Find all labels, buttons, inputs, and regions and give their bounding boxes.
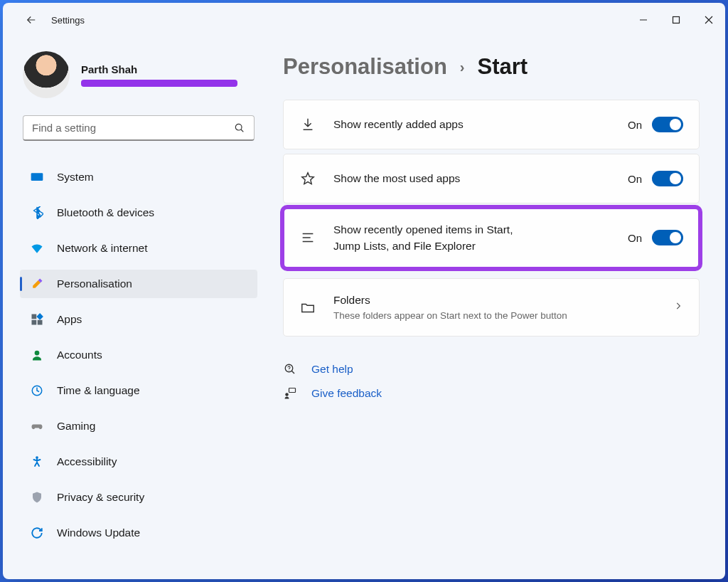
sidebar-item-apps[interactable]: Apps <box>20 305 257 334</box>
sidebar-item-label: Accessibility <box>57 455 117 468</box>
search-icon <box>234 122 245 134</box>
get-help-link[interactable]: Get help <box>283 362 700 376</box>
setting-recently-added[interactable]: Show recently added apps On <box>283 100 700 149</box>
arrow-left-icon <box>25 14 38 26</box>
sidebar: Parth Shah System <box>3 37 266 579</box>
setting-most-used[interactable]: Show the most used apps On <box>283 154 700 203</box>
profile-email-redacted <box>81 80 237 87</box>
bluetooth-icon <box>30 206 44 220</box>
sidebar-item-label: Network & internet <box>57 242 148 255</box>
close-icon <box>705 16 713 24</box>
profile-text: Parth Shah <box>81 63 237 87</box>
sidebar-item-windows-update[interactable]: Windows Update <box>20 519 257 547</box>
settings-list: Show recently added apps On Show the mos… <box>283 100 700 337</box>
maximize-icon <box>672 16 680 24</box>
wifi-icon <box>30 241 44 255</box>
toggle-state: On <box>628 119 642 131</box>
toggle-state: On <box>628 232 642 244</box>
toggle-switch[interactable] <box>652 230 683 245</box>
sidebar-item-time-language[interactable]: Time & language <box>20 376 257 405</box>
sidebar-item-accessibility[interactable]: Accessibility <box>20 448 257 476</box>
system-icon <box>30 170 44 184</box>
feedback-icon <box>283 386 297 401</box>
toggle-group: On <box>628 230 683 245</box>
svg-rect-12 <box>289 388 296 392</box>
svg-rect-3 <box>32 314 37 319</box>
support-links: Get help Give feedback <box>283 362 700 401</box>
nav-list: System Bluetooth & devices Network & int… <box>20 161 257 549</box>
minimize-icon <box>639 16 648 24</box>
chevron-right-icon: › <box>460 59 465 75</box>
svg-point-1 <box>235 124 242 130</box>
person-icon <box>30 348 44 362</box>
maximize-button[interactable] <box>660 3 692 37</box>
sidebar-item-accounts[interactable]: Accounts <box>20 341 257 369</box>
svg-point-7 <box>35 351 40 356</box>
window-title: Settings <box>51 15 85 26</box>
help-icon <box>283 362 297 376</box>
breadcrumb: Personalisation › Start <box>283 54 700 80</box>
close-button[interactable] <box>692 3 725 37</box>
sidebar-item-label: Personalisation <box>57 277 132 290</box>
sidebar-item-label: System <box>57 171 94 184</box>
svg-rect-5 <box>32 320 37 325</box>
search-box[interactable] <box>23 115 255 141</box>
sidebar-item-privacy[interactable]: Privacy & security <box>20 483 257 512</box>
toggle-state: On <box>628 173 642 185</box>
sidebar-item-label: Privacy & security <box>57 491 144 504</box>
chevron-right-icon <box>673 301 683 314</box>
toggle-group: On <box>628 117 683 132</box>
breadcrumb-parent[interactable]: Personalisation <box>283 54 447 80</box>
shield-icon <box>30 490 44 504</box>
setting-recent-items[interactable]: Show recently opened items in Start, Jum… <box>283 208 700 268</box>
sidebar-item-label: Time & language <box>57 384 140 397</box>
back-button[interactable] <box>17 6 46 34</box>
apps-icon <box>30 312 44 327</box>
toggle-switch[interactable] <box>652 117 683 132</box>
sidebar-item-bluetooth[interactable]: Bluetooth & devices <box>20 199 257 227</box>
gamepad-icon <box>30 419 44 433</box>
link-text[interactable]: Get help <box>311 363 353 376</box>
svg-point-11 <box>289 370 289 371</box>
setting-label: Show recently added apps <box>333 116 611 132</box>
sidebar-item-network[interactable]: Network & internet <box>20 234 257 263</box>
give-feedback-link[interactable]: Give feedback <box>283 386 700 401</box>
setting-label: Show the most used apps <box>333 170 611 186</box>
download-icon <box>299 116 316 133</box>
link-text[interactable]: Give feedback <box>311 387 382 400</box>
sidebar-item-personalisation[interactable]: Personalisation <box>20 270 257 298</box>
svg-rect-2 <box>31 173 43 181</box>
setting-folders[interactable]: Folders These folders appear on Start ne… <box>283 278 700 337</box>
sidebar-item-label: Apps <box>57 313 82 326</box>
sidebar-item-gaming[interactable]: Gaming <box>20 412 257 440</box>
setting-label: Folders <box>333 292 651 308</box>
content-pane: Personalisation › Start Show recently ad… <box>266 37 725 579</box>
star-icon <box>299 170 316 187</box>
svg-point-10 <box>285 364 293 372</box>
setting-sublabel: These folders appear on Start next to th… <box>333 309 651 323</box>
titlebar: Settings <box>3 3 725 37</box>
svg-rect-4 <box>36 313 43 320</box>
window-controls <box>627 3 725 37</box>
sidebar-item-label: Bluetooth & devices <box>57 206 154 219</box>
globe-clock-icon <box>30 383 44 398</box>
list-icon <box>299 229 316 246</box>
profile-name: Parth Shah <box>81 63 237 75</box>
update-icon <box>30 526 44 540</box>
toggle-group: On <box>628 171 683 186</box>
page-title: Start <box>478 54 528 80</box>
toggle-switch[interactable] <box>652 171 683 186</box>
svg-rect-0 <box>673 17 680 23</box>
minimize-button[interactable] <box>627 3 660 37</box>
folder-icon <box>299 299 316 316</box>
svg-rect-6 <box>38 320 43 325</box>
accessibility-icon <box>30 455 44 469</box>
avatar <box>23 51 70 98</box>
svg-point-13 <box>285 393 289 396</box>
sidebar-item-system[interactable]: System <box>20 163 257 191</box>
settings-window: Settings Parth Shah <box>3 3 725 579</box>
profile-block[interactable]: Parth Shah <box>23 51 257 98</box>
search-input[interactable] <box>32 122 234 134</box>
paintbrush-icon <box>30 277 44 291</box>
setting-label: Show recently opened items in Start, Jum… <box>333 221 518 255</box>
